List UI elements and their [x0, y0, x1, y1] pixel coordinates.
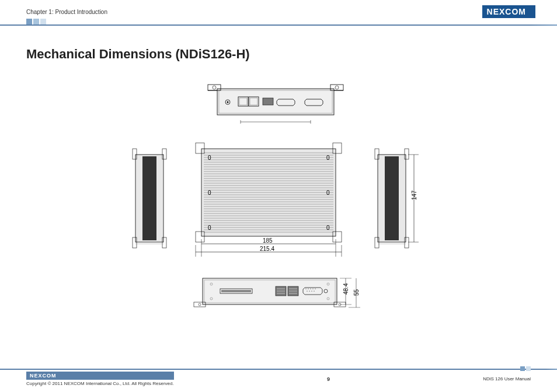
page-number: 9 — [327, 376, 330, 382]
svg-rect-96 — [221, 290, 251, 292]
svg-text:0: 0 — [326, 225, 330, 231]
page-title: Mechanical Dimensions (NDiS126-H) — [26, 47, 250, 62]
svg-point-7 — [227, 102, 229, 103]
svg-point-113 — [314, 290, 314, 291]
svg-text:185: 185 — [263, 237, 273, 244]
footer-decoration — [520, 366, 531, 371]
svg-text:55: 55 — [353, 289, 360, 296]
svg-rect-12 — [263, 98, 273, 105]
svg-point-109 — [315, 288, 315, 289]
svg-text:0: 0 — [208, 155, 211, 161]
svg-point-92 — [199, 303, 201, 306]
svg-text:0: 0 — [326, 155, 330, 161]
front-view: 48.4 55 — [185, 271, 372, 321]
svg-point-5 — [335, 86, 339, 89]
copyright: Copyright © 2011 NEXCOM International Co… — [26, 381, 174, 386]
manual-name: NDiS 126 User Manual — [483, 376, 531, 382]
svg-point-105 — [305, 288, 306, 289]
brand-logo: NEXCOM — [482, 5, 531, 18]
svg-point-110 — [307, 290, 307, 291]
header-decoration — [26, 19, 46, 24]
svg-point-3 — [213, 86, 216, 89]
footer-logo: NEXCOM — [26, 372, 174, 380]
left-side-view — [130, 146, 173, 260]
diagram-area: 00 00 00 185 215.4 147 48.4 55 — [0, 73, 557, 363]
svg-rect-18 — [142, 156, 156, 240]
svg-text:48.4: 48.4 — [343, 283, 349, 295]
svg-point-107 — [310, 288, 311, 289]
top-view: 00 00 00 185 215.4 — [191, 140, 354, 265]
chapter-title: Chapter 1: Product Introduction — [26, 9, 107, 15]
svg-text:215.4: 215.4 — [260, 246, 274, 252]
svg-point-111 — [309, 290, 309, 291]
svg-text:0: 0 — [326, 190, 330, 196]
right-side-view: 147 — [372, 146, 427, 260]
svg-rect-1 — [219, 90, 332, 113]
svg-point-106 — [308, 288, 308, 289]
svg-text:0: 0 — [208, 190, 211, 196]
footer-rule — [0, 369, 557, 370]
svg-point-108 — [312, 288, 313, 289]
svg-text:147: 147 — [411, 190, 417, 200]
svg-text:0: 0 — [208, 225, 211, 231]
rear-view — [200, 76, 357, 134]
svg-rect-79 — [385, 156, 399, 240]
header-rule — [0, 24, 557, 26]
svg-point-112 — [311, 290, 312, 291]
